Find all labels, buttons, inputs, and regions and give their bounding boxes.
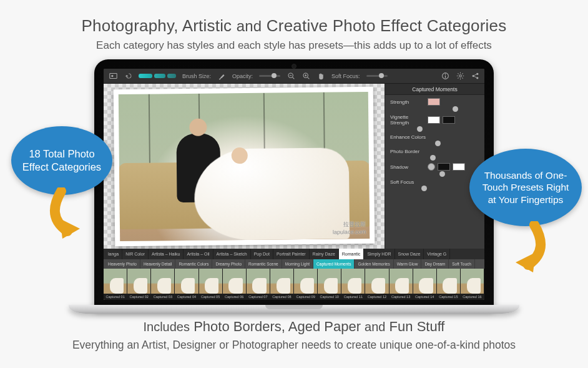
shadow-toggle[interactable] (428, 163, 435, 171)
watermark-bottom: lapulace.com (333, 228, 366, 235)
opacity-slider[interactable] (259, 75, 280, 77)
shadow-swatch-black[interactable] (438, 163, 450, 171)
svg-point-11 (444, 74, 446, 75)
brush-icon[interactable] (217, 72, 226, 81)
svg-line-4 (292, 77, 294, 79)
preset-thumbnail[interactable]: Captured 09 (294, 269, 318, 300)
enhance-label: Enhance Colors (390, 134, 479, 140)
thumbnail-caption: Captured 14 (413, 294, 436, 300)
thumbnail-caption: Captured 06 (223, 294, 246, 300)
arrow-left (41, 187, 86, 244)
undo-icon[interactable] (124, 72, 132, 81)
style-tab[interactable]: Heavenly Photo (105, 259, 140, 269)
share-icon[interactable] (471, 72, 479, 81)
preset-thumbnail[interactable]: Captured 11 (341, 269, 365, 300)
vignette-swatch-black[interactable] (443, 116, 455, 124)
style-tab[interactable]: Golden Memories (355, 259, 393, 269)
zoom-out-icon[interactable] (287, 72, 295, 81)
preset-thumbnail[interactable]: Captured 06 (223, 269, 247, 300)
category-tab[interactable]: Pop Dot (251, 249, 273, 259)
preset-thumbnail[interactable]: Captured 07 (247, 269, 270, 300)
style-tab[interactable]: Morning Light (282, 259, 313, 269)
category-tab[interactable]: Snow Daze (395, 249, 424, 259)
preset-thumbnail[interactable]: Captured 16 (461, 269, 484, 300)
category-tab[interactable]: Artista – Sketch (213, 249, 251, 259)
side-panel-title: Captured Moments (385, 84, 484, 95)
style-tab[interactable]: Dreamy Photo (212, 259, 245, 269)
preset-thumbnail[interactable]: Captured 02 (127, 269, 151, 300)
brush-preset-1[interactable] (139, 74, 152, 78)
brush-preset-3[interactable] (167, 74, 176, 78)
thumbnail-caption: Captured 13 (390, 294, 413, 300)
canvas-area[interactable]: 拉普拉斯 lapulace.com (104, 84, 385, 249)
category-tab[interactable]: Rainy Daze (310, 249, 339, 259)
thumbnail-caption: Captured 10 (318, 294, 341, 300)
gear-icon[interactable] (456, 72, 464, 81)
footline-sub: Everything an Artist, Designer or Photog… (0, 339, 588, 352)
soft-focus-slider[interactable] (366, 75, 388, 77)
preset-thumbnail[interactable]: Captured 12 (365, 269, 389, 300)
preset-thumbnail[interactable]: Captured 08 (270, 269, 294, 300)
hand-icon[interactable] (316, 72, 325, 81)
svg-point-1 (111, 75, 113, 77)
style-tab[interactable]: Romantic Scene (245, 259, 282, 269)
thumbnail-caption: Captured 03 (151, 294, 174, 300)
preset-thumbnail[interactable]: Captured 05 (199, 269, 223, 300)
soft-focus-label: Soft Focus: (331, 73, 360, 79)
brush-preset-2[interactable] (154, 74, 165, 78)
photo-frame: 拉普拉斯 lapulace.com (114, 86, 375, 246)
preset-thumbnail[interactable]: Captured 13 (390, 269, 413, 300)
style-tab[interactable]: Warm Glow (394, 259, 422, 269)
brush-presets[interactable] (139, 74, 176, 78)
svg-point-14 (476, 73, 478, 75)
preset-thumbnail[interactable]: Captured 15 (437, 269, 461, 300)
style-tab[interactable]: Romantic Colors (175, 259, 212, 269)
footline-lead: Includes (144, 320, 190, 334)
svg-point-15 (476, 77, 478, 79)
photo-preview: 拉普拉斯 lapulace.com (119, 91, 370, 241)
category-tab[interactable]: Vintage G (424, 249, 450, 259)
footline-part-c: Fun Stuff (390, 319, 445, 334)
thumbnail-caption: Captured 15 (437, 294, 460, 300)
control-border: Photo Border (385, 146, 484, 160)
thumbnail-strip: Captured 01Captured 02Captured 03Capture… (104, 269, 484, 300)
zoom-in-icon[interactable] (301, 72, 310, 81)
footline-part-a: Photo Borders, Aged Paper (194, 319, 361, 334)
headline-title: Photography, Artistic and Creative Photo… (0, 16, 588, 36)
category-tab[interactable]: Artista – Haiku (149, 249, 184, 259)
preset-thumbnail[interactable]: Captured 03 (151, 269, 175, 300)
callout-right: Thousands of One-Touch Presets Right at … (469, 149, 582, 226)
info-icon[interactable] (441, 72, 449, 81)
category-row: langaNIR ColorArtista – HaikuArtista – O… (104, 249, 484, 259)
headline-sub: Each category has styles and each style … (0, 39, 588, 52)
callout-left: 18 Total Photo Effect Categories (11, 126, 112, 195)
preset-thumbnail[interactable]: Captured 10 (318, 269, 341, 300)
arrow-right (509, 221, 554, 277)
style-tab[interactable]: Captured Moments (313, 259, 355, 269)
thumbnail-caption: Captured 11 (341, 294, 365, 300)
preset-thumbnail[interactable]: Captured 04 (175, 269, 198, 300)
shadow-swatch-white[interactable] (453, 163, 465, 171)
style-tab[interactable]: Day Dream (421, 259, 449, 269)
category-tab[interactable]: Portrait Painter (273, 249, 310, 259)
category-tab[interactable]: Simply HDR (364, 249, 394, 259)
control-strength: Strength (385, 95, 484, 111)
style-tab[interactable]: Soft Touch (449, 259, 475, 269)
brush-size-label: Brush Size: (182, 73, 211, 79)
control-vignette: Vignette Strength (385, 111, 484, 131)
category-tab[interactable]: langa (105, 249, 122, 259)
category-tab[interactable]: NIR Color (122, 249, 149, 259)
svg-line-8 (307, 77, 309, 79)
style-tab[interactable]: Heavenly Detail (140, 259, 176, 269)
preset-thumbnail[interactable]: Captured 01 (104, 269, 127, 300)
preset-thumbnail[interactable]: Captured 14 (413, 269, 437, 300)
svg-point-13 (472, 75, 474, 77)
opacity-label: Opacity: (232, 73, 253, 79)
category-tab[interactable]: Romantic (339, 249, 365, 259)
vignette-swatch-white[interactable] (428, 116, 440, 124)
strength-swatch[interactable] (428, 98, 440, 106)
app-main: 拉普拉斯 lapulace.com Captured Moments Stren… (104, 84, 484, 249)
thumbnail-caption: Captured 07 (247, 294, 270, 300)
strength-label: Strength (390, 99, 425, 105)
category-tab[interactable]: Artista – Oil (184, 249, 213, 259)
